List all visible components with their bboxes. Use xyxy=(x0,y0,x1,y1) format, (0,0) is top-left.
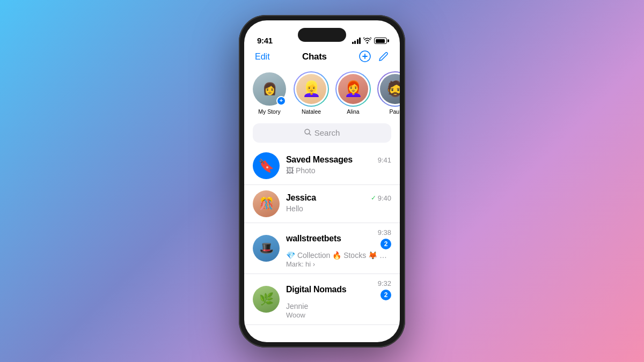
chat-preview-line2: Woow xyxy=(286,311,391,319)
chat-list: 🔖 Saved Messages 9:41 🖼 Photo 🎊 xyxy=(244,147,400,342)
chat-content-saved-messages: Saved Messages 9:41 🖼 Photo xyxy=(286,155,391,175)
chat-name: Saved Messages xyxy=(286,155,353,165)
page-title: Chats xyxy=(302,51,327,62)
battery-icon xyxy=(374,38,387,44)
story-label: Alina xyxy=(347,108,359,115)
chat-item-jessica[interactable]: 🎊 Jessica ✓ 9:40 Hello xyxy=(244,185,400,223)
wifi-icon xyxy=(363,37,371,45)
add-chat-icon[interactable] xyxy=(359,50,371,64)
status-icons xyxy=(352,37,387,45)
chat-name: Digital Nomads xyxy=(286,285,346,294)
unread-badge: 2 xyxy=(380,239,391,249)
stories-row: 👩 + My Story 👱‍♀️ Natalee xyxy=(244,68,400,123)
chat-preview: 🖼 Photo xyxy=(286,166,391,175)
phone-wrapper: 9:41 xyxy=(239,15,405,348)
avatar-digital-nomads: 🌿 xyxy=(253,286,280,313)
story-label: My Story xyxy=(258,108,280,115)
chat-name: wallstreetbets xyxy=(286,234,341,243)
story-plus-icon: + xyxy=(276,96,286,106)
chat-item-saved-messages[interactable]: 🔖 Saved Messages 9:41 🖼 Photo xyxy=(244,147,400,185)
chat-time: 9:38 xyxy=(378,228,391,237)
avatar-jessica: 🎊 xyxy=(253,190,280,217)
avatar-wallstreetbets: 🎩 xyxy=(253,235,280,262)
search-placeholder: Search xyxy=(314,128,340,137)
search-bar[interactable]: Search xyxy=(253,123,391,143)
status-time: 9:41 xyxy=(257,36,273,45)
story-item-my-story[interactable]: 👩 + My Story xyxy=(253,72,286,117)
chat-time: 9:41 xyxy=(378,156,391,164)
header-actions xyxy=(359,50,389,64)
unread-badge: 2 xyxy=(380,290,391,300)
story-label: Natalee xyxy=(302,108,321,115)
chat-item-digital-nomads[interactable]: 🌿 Digital Nomads 9:32 2 Jennie Woow xyxy=(244,274,400,325)
chat-item-wallstreetbets[interactable]: 🎩 wallstreetbets 9:38 2 💎 Collection 🔥 S… xyxy=(244,223,400,274)
story-item-alina[interactable]: 👩‍🦰 Alina xyxy=(336,72,370,117)
edit-button[interactable]: Edit xyxy=(255,52,270,62)
svg-line-2 xyxy=(309,134,311,135)
chat-content-wallstreetbets: wallstreetbets 9:38 2 💎 Collection 🔥 Sto… xyxy=(286,228,391,268)
app-header: Edit Chats xyxy=(244,48,400,68)
story-item-natalee[interactable]: 👱‍♀️ Natalee xyxy=(295,72,328,117)
chat-preview: Hello xyxy=(286,204,391,213)
search-icon xyxy=(304,129,311,137)
dynamic-island xyxy=(298,28,346,42)
chat-content-digital-nomads: Digital Nomads 9:32 2 Jennie Woow xyxy=(286,279,391,319)
chat-time: 9:32 xyxy=(378,279,391,287)
avatar-saved-messages: 🔖 xyxy=(253,152,280,179)
chat-preview-line2: Mark: hi › xyxy=(286,260,391,268)
signal-icon xyxy=(352,38,361,44)
chat-name: Jessica xyxy=(286,193,316,203)
story-label: Paul xyxy=(389,108,400,115)
compose-icon[interactable] xyxy=(378,51,389,63)
chat-preview-line1: 💎 Collection 🔥 Stocks 🦊 Memes... xyxy=(286,250,391,260)
phone-screen: 9:41 xyxy=(244,20,400,342)
story-item-paul[interactable]: 🧔 Paul xyxy=(378,72,400,117)
chat-time: ✓ 9:40 xyxy=(371,194,391,202)
chat-content-jessica: Jessica ✓ 9:40 Hello xyxy=(286,193,391,213)
read-checkmark-icon: ✓ xyxy=(371,194,376,202)
chat-preview-line1: Jennie xyxy=(286,301,391,311)
